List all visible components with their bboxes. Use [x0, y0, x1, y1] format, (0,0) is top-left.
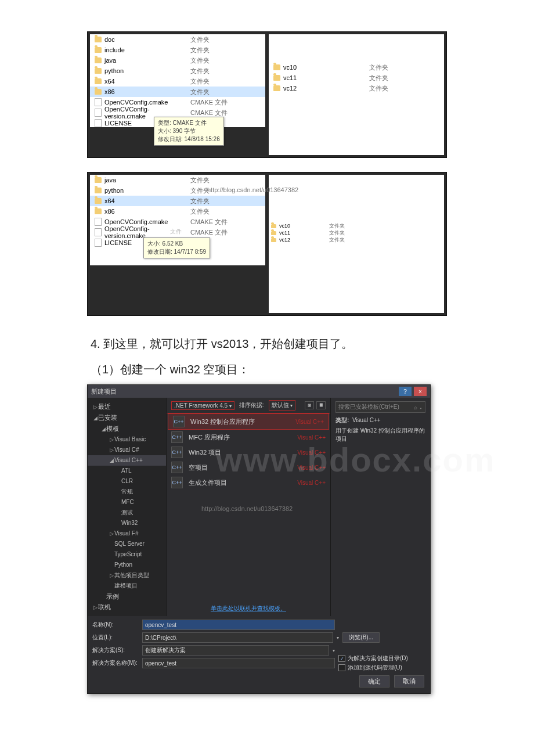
- template-tree[interactable]: ▷最近◢已安装◢模板▷Visual Basic▷Visual C#◢Visual…: [88, 398, 167, 616]
- explorer2-right-panel: vc10文件夹vc11文件夹vc12文件夹: [269, 175, 444, 313]
- search-input[interactable]: 搜索已安装模板(Ctrl+E) ⌕ ▾: [335, 401, 425, 413]
- item-name: vc12: [283, 85, 297, 92]
- name-label: 名称(N):: [92, 621, 139, 629]
- tooltip: 类型: CMAKE 文件大小: 390 字节修改日期: 14/8/18 15:2…: [154, 117, 224, 146]
- template-row[interactable]: C++Win32 控制台应用程序Visual C++: [168, 413, 329, 430]
- tree-item[interactable]: ▷Visual C#: [88, 445, 166, 455]
- tree-item[interactable]: CLR: [88, 476, 166, 487]
- solution-name-label: 解决方案名称(M):: [92, 659, 139, 667]
- item-type: 文件夹: [190, 176, 265, 185]
- dialog-form: 名称(N): opencv_test 位置(L): D:\CProject\ ▾…: [88, 616, 430, 672]
- tree-item[interactable]: SQL Server: [88, 539, 166, 549]
- folder-icon: [95, 57, 102, 63]
- name-input[interactable]: opencv_test: [142, 620, 335, 630]
- browse-button[interactable]: 浏览(B)...: [342, 632, 380, 643]
- list-item[interactable]: x64文件夹: [90, 196, 265, 206]
- item-type: 文件夹: [190, 35, 265, 44]
- tree-item[interactable]: TypeScript: [88, 549, 166, 560]
- tree-item[interactable]: ▷其他项目类型: [88, 570, 166, 581]
- list-item[interactable]: vc11文件夹: [269, 229, 444, 236]
- tree-item[interactable]: ▷联机: [88, 602, 166, 613]
- ok-button[interactable]: 确定: [359, 675, 389, 687]
- tree-item[interactable]: 测试: [88, 507, 166, 518]
- template-list[interactable]: www.bdocx.com http://blog.csdn.net/u0136…: [167, 413, 330, 601]
- create-dir-checkbox[interactable]: 为解决方案创建目录(D): [338, 654, 425, 663]
- expand-icon[interactable]: ▷: [110, 571, 114, 580]
- folder-icon: [95, 68, 102, 74]
- item-type: 文件夹: [190, 186, 265, 195]
- solution-dropdown[interactable]: 创建新解决方案: [142, 645, 329, 656]
- expand-icon[interactable]: ▷: [110, 445, 114, 455]
- list-item[interactable]: vc12文件夹: [269, 236, 444, 243]
- expand-icon[interactable]: ▷: [110, 529, 114, 538]
- template-icon: C++: [171, 462, 183, 473]
- list-item[interactable]: python文件夹: [90, 185, 265, 196]
- template-center: .NET Framework 4.5 ▾ 排序依据: 默认值 ▾ ⊞ ≣ www…: [167, 398, 330, 616]
- list-item[interactable]: x86文件夹: [90, 87, 265, 97]
- list-item[interactable]: vc11文件夹: [269, 73, 444, 83]
- folder-icon: [273, 64, 280, 70]
- file-icon: [95, 109, 102, 117]
- expand-icon[interactable]: ◢: [110, 456, 114, 465]
- location-label: 位置(L):: [92, 633, 139, 642]
- template-row[interactable]: C++生成文件项目Visual C++: [167, 475, 330, 490]
- expand-icon[interactable]: ▷: [93, 603, 98, 612]
- template-row[interactable]: C++Win32 项目Visual C++: [167, 445, 330, 460]
- explorer2-left-panel: java文件夹python文件夹x64文件夹x86文件夹OpenCVConfig…: [90, 175, 265, 265]
- online-search-link[interactable]: 单击此处以联机并查找模板。: [211, 605, 286, 611]
- tree-item[interactable]: 常规: [88, 487, 166, 497]
- tree-item[interactable]: 建模项目: [88, 581, 166, 591]
- view-icon-large[interactable]: ⊞: [305, 401, 314, 409]
- template-detail-pane: 搜索已安装模板(Ctrl+E) ⌕ ▾ 类型: Visual C++ 用于创建 …: [330, 398, 430, 616]
- tree-item[interactable]: Python: [88, 560, 166, 570]
- help-button[interactable]: ?: [399, 387, 412, 396]
- template-row[interactable]: C++空项目Visual C++: [167, 460, 330, 475]
- template-icon: C++: [171, 431, 183, 443]
- tree-item[interactable]: ▷Visual Basic: [88, 434, 166, 445]
- template-name: MFC 应用程序: [189, 433, 230, 442]
- tree-item[interactable]: ▷最近: [88, 401, 166, 412]
- tree-item[interactable]: ◢模板: [88, 423, 166, 434]
- list-item[interactable]: vc12文件夹: [269, 83, 444, 93]
- solution-name-input[interactable]: opencv_test: [142, 658, 335, 668]
- tree-item[interactable]: 示例: [88, 591, 166, 602]
- list-item[interactable]: include文件夹: [90, 45, 265, 55]
- list-item[interactable]: x64文件夹: [90, 76, 265, 87]
- overlay-type: 文件: [170, 228, 182, 236]
- location-input[interactable]: D:\CProject\: [142, 632, 333, 643]
- list-item[interactable]: x86文件夹: [90, 206, 265, 217]
- tree-item[interactable]: ◢Visual C++: [88, 455, 166, 466]
- list-item[interactable]: python文件夹: [90, 66, 265, 76]
- folder-icon: [95, 188, 102, 193]
- template-toolbar[interactable]: .NET Framework 4.5 ▾ 排序依据: 默认值 ▾ ⊞ ≣: [167, 398, 330, 413]
- tree-item[interactable]: ◢已安装: [88, 412, 166, 423]
- list-item[interactable]: java文件夹: [90, 175, 265, 185]
- cancel-button[interactable]: 取消: [394, 675, 424, 687]
- sort-dropdown[interactable]: 默认值 ▾: [269, 400, 296, 411]
- expand-icon[interactable]: ◢: [93, 413, 98, 423]
- tree-item[interactable]: MFC: [88, 497, 166, 507]
- source-control-checkbox[interactable]: 添加到源代码管理(U): [338, 663, 425, 672]
- template-icon: C++: [171, 477, 183, 488]
- list-item[interactable]: java文件夹: [90, 55, 265, 66]
- expand-icon[interactable]: ◢: [102, 424, 106, 434]
- item-name: x64: [104, 78, 115, 85]
- view-icon-list[interactable]: ≣: [316, 401, 326, 409]
- tree-item[interactable]: ATL: [88, 466, 166, 476]
- list-item[interactable]: vc10文件夹: [269, 62, 444, 73]
- dialog-title-bar[interactable]: 新建项目 ? ×: [88, 385, 430, 398]
- close-button[interactable]: ×: [414, 387, 427, 396]
- type-line: 类型: Visual C++: [335, 416, 425, 424]
- template-icon: C++: [171, 447, 183, 458]
- tree-item[interactable]: Win32: [88, 518, 166, 528]
- tree-item[interactable]: ▷Visual F#: [88, 528, 166, 539]
- search-icon[interactable]: ⌕ ▾: [414, 404, 423, 411]
- file-icon: [95, 119, 102, 127]
- expand-icon[interactable]: ▷: [93, 402, 98, 412]
- dialog-title: 新建项目: [91, 387, 117, 396]
- list-item[interactable]: vc10文件夹: [269, 222, 444, 229]
- framework-dropdown[interactable]: .NET Framework 4.5 ▾: [171, 401, 234, 410]
- expand-icon[interactable]: ▷: [110, 435, 114, 444]
- list-item[interactable]: doc文件夹: [90, 34, 265, 45]
- template-row[interactable]: C++MFC 应用程序Visual C++: [167, 430, 330, 445]
